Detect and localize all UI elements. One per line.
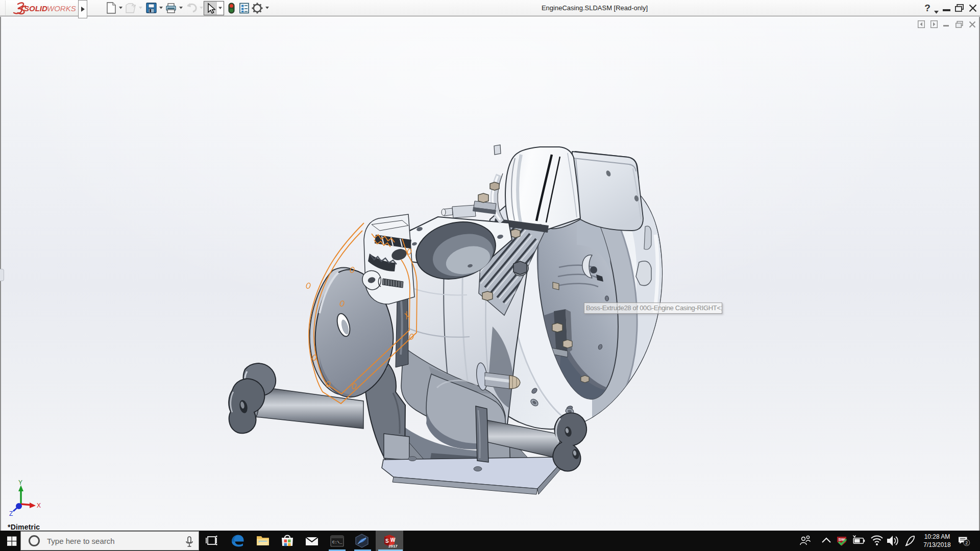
svg-text:2: 2 [965,540,968,545]
svg-text:C:\_: C:\_ [332,540,342,544]
svg-text:Z: Z [9,510,13,517]
svg-text:Y: Y [18,479,22,486]
svg-text:W: W [390,537,396,543]
svg-text:X: X [37,502,41,509]
svg-text:S: S [385,538,389,544]
svg-text:2017: 2017 [388,544,398,548]
